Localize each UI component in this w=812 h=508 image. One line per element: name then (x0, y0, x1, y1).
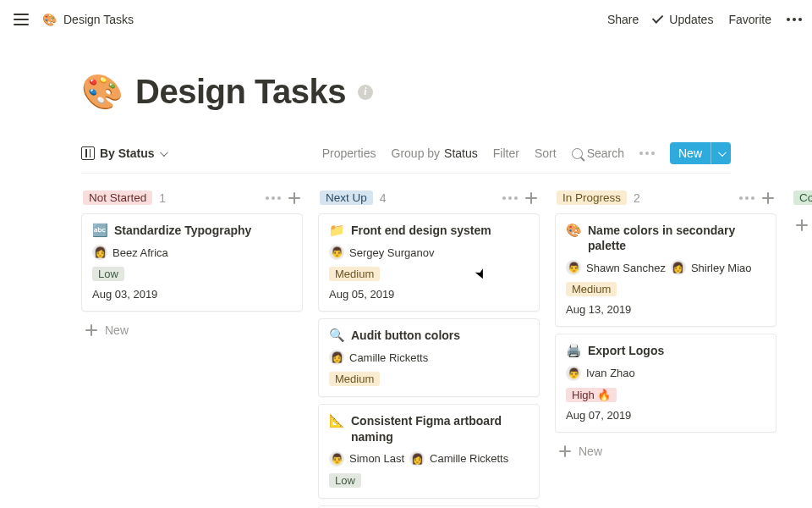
column-header: In Progress2 (555, 189, 776, 213)
card-title-row: 🎨 Name colors in secondary palette (566, 223, 765, 253)
avatar: 👩 (92, 245, 107, 260)
column-status-pill[interactable]: Com (793, 190, 812, 205)
card-title-row: 🔍 Audit button colors (329, 328, 529, 343)
column-more-options-button[interactable] (502, 196, 518, 200)
favorite-button[interactable]: Favorite (728, 13, 771, 26)
updates-label: Updates (669, 13, 713, 26)
properties-button[interactable]: Properties (322, 146, 376, 160)
card-icon: 🖨️ (566, 343, 582, 358)
column-header: Com (792, 189, 812, 213)
card-title: Standardize Typography (114, 223, 251, 238)
new-button[interactable]: New (670, 142, 731, 164)
card-icon: 📐 (329, 413, 345, 428)
board-column: In Progress2 🎨 Name colors in secondary … (555, 189, 776, 508)
card[interactable]: 🔤 Standardize Typography 👩 Beez AfricaLo… (81, 213, 303, 312)
view-name: By Status (100, 146, 155, 160)
share-button[interactable]: Share (607, 13, 639, 26)
column-new-button[interactable]: New (81, 318, 303, 342)
group-by-value: Status (444, 146, 478, 160)
column-status-pill[interactable]: In Progress (557, 190, 627, 205)
page-title[interactable]: Design Tasks (135, 73, 346, 111)
column-count: 2 (634, 191, 640, 205)
card-people: 👨 Simon Last👩 Camille Ricketts (329, 451, 529, 467)
column-add-button[interactable] (288, 191, 301, 205)
check-icon (652, 12, 663, 23)
column-count: 1 (159, 191, 166, 205)
person-name: Sergey Surganov (349, 246, 434, 259)
new-button-label: New (670, 142, 710, 164)
card-title-row: 🖨️ Export Logos (566, 343, 765, 358)
updates-button[interactable]: Updates (654, 13, 713, 26)
column-add-button[interactable] (761, 191, 775, 205)
person-name: Simon Last (349, 452, 404, 465)
column-status-pill[interactable]: Next Up (320, 190, 373, 205)
person-name: Camille Ricketts (349, 351, 428, 364)
breadcrumb-title: Design Tasks (63, 13, 134, 26)
person-name: Beez Africa (112, 246, 168, 259)
person-name: Shawn Sanchez (586, 262, 666, 274)
new-button-dropdown[interactable] (710, 142, 731, 164)
column-more-options-button[interactable] (266, 196, 281, 200)
avatar: 👩 (329, 350, 344, 365)
card-icon: 📁 (329, 223, 345, 238)
avatar: 👩 (671, 260, 686, 275)
view-picker[interactable]: By Status (81, 146, 166, 160)
sidebar-toggle-button[interactable] (10, 9, 32, 30)
filter-button[interactable]: Filter (493, 146, 519, 160)
card[interactable]: 🎨 Name colors in secondary palette 👨 Sha… (555, 213, 776, 327)
group-by-button[interactable]: Group by Status (392, 146, 478, 160)
card[interactable]: 📐 Consistent Figma artboard naming 👨 Sim… (318, 404, 540, 498)
priority-badge: Low (329, 473, 361, 488)
card-people: 👨 Sergey Surganov (329, 245, 529, 260)
card[interactable]: 🖨️ Export Logos 👨 Ivan ZhaoHigh 🔥Aug 07,… (555, 334, 776, 432)
card-title-row: 🔤 Standardize Typography (92, 223, 292, 238)
card-people: 👨 Ivan Zhao (566, 366, 765, 381)
card-people: 👨 Shawn Sanchez👩 Shirley Miao (566, 260, 765, 275)
plus-icon (795, 218, 809, 232)
group-by-prefix: Group by (392, 146, 441, 160)
card-title-row: 📁 Front end design system (329, 223, 529, 238)
card-title-row: 📐 Consistent Figma artboard naming (329, 413, 529, 444)
card-date: Aug 13, 2019 (566, 303, 765, 316)
plus-icon (558, 444, 572, 458)
column-more-options-button[interactable] (739, 196, 754, 200)
topbar: 🎨 Design Tasks Share Updates Favorite (0, 0, 812, 38)
avatar: 👩 (409, 451, 425, 467)
column-new-label: New (579, 444, 602, 458)
search-icon (572, 148, 583, 159)
breadcrumb[interactable]: 🎨 Design Tasks (42, 13, 134, 26)
board-column: Next Up4 📁 Front end design system 👨 Ser… (318, 189, 540, 508)
avatar: 👨 (329, 245, 344, 260)
card-icon: 🔤 (92, 223, 108, 238)
info-icon[interactable]: i (358, 85, 373, 100)
column-header: Next Up4 (318, 189, 540, 213)
column-new-button[interactable]: New (555, 439, 776, 463)
page-icon[interactable]: 🎨 (81, 72, 123, 112)
card-title: Export Logos (588, 343, 664, 358)
card-date: Aug 05, 2019 (329, 288, 529, 301)
card-date: Aug 07, 2019 (566, 409, 765, 422)
avatar: 👨 (329, 451, 344, 467)
more-options-button[interactable] (787, 18, 802, 21)
chevron-down-icon (160, 148, 168, 157)
column-new-button[interactable]: N (792, 213, 812, 237)
palette-icon: 🎨 (42, 13, 57, 26)
avatar: 👨 (566, 366, 581, 381)
column-add-button[interactable] (524, 191, 538, 205)
page-content: 🎨 Design Tasks i By Status Properties Gr… (0, 38, 812, 174)
card[interactable]: 🔍 Audit button colors 👩 Camille Ricketts… (318, 318, 540, 397)
card-people: 👩 Camille Ricketts (329, 350, 529, 365)
search-button[interactable]: Search (572, 146, 624, 160)
card-title: Consistent Figma artboard naming (351, 413, 529, 444)
column-status-pill[interactable]: Not Started (83, 190, 152, 205)
card[interactable]: 📁 Front end design system 👨 Sergey Surga… (318, 213, 540, 312)
chevron-down-icon (718, 148, 727, 157)
sort-button[interactable]: Sort (535, 146, 557, 160)
search-label: Search (587, 146, 624, 160)
column-header: Not Started1 (81, 189, 303, 213)
view-more-options-button[interactable] (639, 152, 655, 155)
card-icon: 🔍 (329, 328, 345, 343)
card-title: Audit button colors (351, 328, 460, 343)
card-icon: 🎨 (566, 223, 582, 238)
priority-badge: Medium (566, 282, 617, 296)
